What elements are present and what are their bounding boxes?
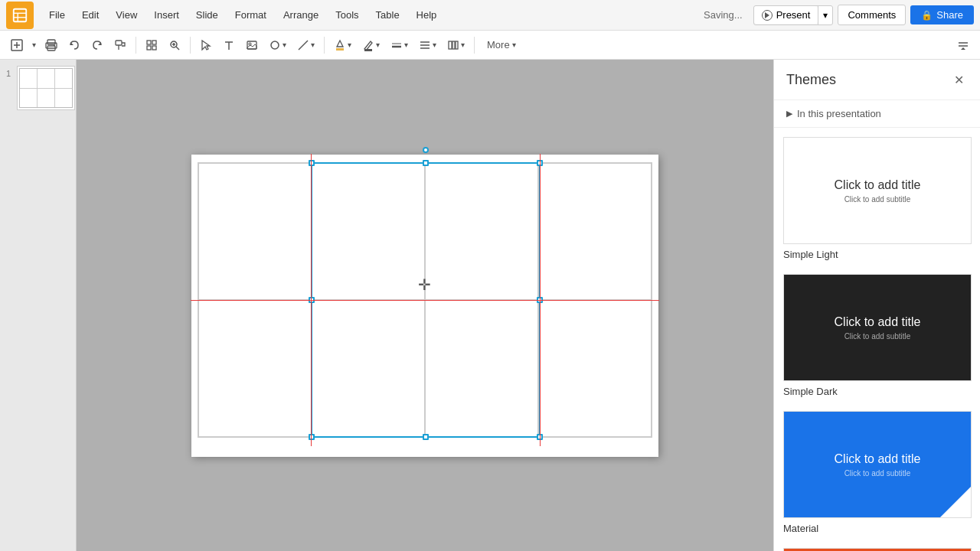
zoom-button[interactable]: [164, 34, 185, 56]
menu-format[interactable]: Format: [229, 6, 273, 24]
theme-material-title: Click to add title: [835, 452, 921, 466]
menu-bar: File Edit View Insert Slide Format Arran…: [0, 0, 980, 31]
table-cell: [538, 163, 652, 300]
in-this-presentation-section[interactable]: ▶ In this presentation: [774, 100, 980, 128]
comments-button[interactable]: Comments: [838, 5, 906, 25]
close-icon: ✕: [954, 73, 964, 87]
toolbar-divider-3: [324, 37, 325, 54]
svg-rect-26: [247, 41, 256, 49]
print-button[interactable]: [41, 34, 62, 56]
shape-dropdown[interactable]: ▾: [264, 37, 291, 54]
zoom-fit-button[interactable]: [141, 34, 162, 56]
app-logo[interactable]: [6, 2, 34, 29]
share-label: Share: [936, 9, 963, 21]
slide-1-number: 1: [6, 69, 14, 78]
image-tool-button[interactable]: [241, 34, 263, 56]
svg-line-20: [176, 47, 179, 50]
theme-simple-light: Click to add title Click to add subtitle…: [783, 137, 971, 260]
table-cell: [198, 300, 312, 437]
undo-button[interactable]: [64, 34, 85, 56]
theme-simple-light-subtitle: Click to add subtitle: [844, 195, 911, 204]
line-color-dropdown[interactable]: ▾: [358, 37, 384, 54]
theme-simple-light-name: Simple Light: [783, 249, 971, 260]
rotation-handle[interactable]: [423, 147, 429, 153]
canvas-area[interactable]: ✛: [77, 60, 773, 551]
toolbar-new-group: ▾: [6, 34, 39, 56]
collapse-toolbar-button[interactable]: [952, 34, 974, 56]
more-button[interactable]: More ▾: [479, 37, 524, 53]
svg-point-28: [271, 41, 279, 49]
menu-insert[interactable]: Insert: [148, 6, 185, 24]
themes-close-button[interactable]: ✕: [949, 70, 968, 89]
present-button[interactable]: Present: [754, 6, 818, 24]
select-tool-button[interactable]: [195, 34, 217, 56]
fill-color-dropdown[interactable]: ▾: [329, 37, 356, 54]
theme-simple-light-preview[interactable]: Click to add title Click to add subtitle: [783, 137, 972, 244]
more-label: More: [487, 39, 510, 51]
menu-arrange[interactable]: Arrange: [277, 6, 325, 24]
themes-panel: Themes ✕ ▶ In this presentation Click to…: [773, 60, 980, 551]
main-area: 1: [0, 60, 980, 551]
table-cell: [312, 163, 425, 300]
slide-canvas[interactable]: ✛: [191, 155, 658, 457]
slide-1-thumbnail[interactable]: [17, 66, 75, 110]
present-dropdown-button[interactable]: ▾: [818, 6, 832, 24]
theme-fourth-preview[interactable]: Click to add title: [783, 548, 972, 551]
menu-help[interactable]: Help: [410, 6, 443, 24]
border-weight-dropdown[interactable]: ▾: [386, 37, 413, 54]
theme-material-corner: [940, 487, 971, 517]
toolbar-divider-1: [136, 37, 136, 54]
present-label: Present: [776, 9, 811, 21]
svg-rect-0: [14, 8, 27, 21]
svg-marker-23: [202, 41, 210, 50]
lock-icon: 🔒: [921, 10, 933, 21]
svg-rect-13: [116, 41, 122, 45]
themes-title: Themes: [786, 72, 836, 88]
present-icon: [762, 10, 773, 21]
svg-rect-18: [152, 46, 156, 50]
menu-file[interactable]: File: [43, 6, 71, 24]
table-cell: [312, 300, 425, 437]
svg-rect-7: [47, 40, 55, 44]
theme-simple-dark-preview[interactable]: Click to add title Click to add subtitle: [783, 274, 972, 381]
new-slide-dropdown-button[interactable]: ▾: [28, 34, 39, 56]
themes-list: Click to add title Click to add subtitle…: [774, 128, 980, 551]
slide-1-wrapper: 1: [6, 66, 70, 110]
svg-rect-37: [449, 41, 452, 49]
theme-simple-dark-title: Click to add title: [835, 315, 921, 329]
table-container[interactable]: ✛: [198, 162, 652, 438]
svg-rect-30: [336, 48, 344, 51]
slides-panel: 1: [0, 60, 77, 551]
svg-rect-17: [147, 46, 151, 50]
menu-table[interactable]: Table: [370, 6, 406, 24]
menu-view[interactable]: View: [109, 6, 143, 24]
menu-tools[interactable]: Tools: [329, 6, 364, 24]
theme-fourth: Click to add title: [783, 548, 971, 551]
full-table[interactable]: [198, 162, 652, 438]
table-cell: [198, 163, 312, 300]
table-cell: [538, 300, 652, 437]
svg-marker-42: [961, 47, 965, 50]
line-dropdown[interactable]: ▾: [292, 37, 319, 54]
toolbar-divider-2: [190, 37, 191, 54]
text-tool-button[interactable]: [218, 34, 240, 56]
paint-format-button[interactable]: [109, 34, 131, 56]
theme-material-preview[interactable]: Click to add title Click to add subtitle: [783, 411, 972, 518]
theme-material-subtitle: Click to add subtitle: [844, 469, 911, 478]
more-chevron-icon: ▾: [512, 41, 516, 49]
toolbar: ▾ ▾ ▾: [0, 31, 980, 60]
redo-button[interactable]: [87, 34, 108, 56]
svg-point-27: [249, 43, 251, 45]
align-dropdown[interactable]: ▾: [414, 37, 441, 54]
share-button[interactable]: 🔒 Share: [910, 5, 974, 24]
toolbar-divider-4: [474, 37, 475, 54]
menu-slide[interactable]: Slide: [190, 6, 224, 24]
theme-simple-light-title: Click to add title: [835, 178, 921, 192]
column-layout-dropdown[interactable]: ▾: [443, 37, 469, 54]
menu-edit[interactable]: Edit: [76, 6, 105, 24]
expand-icon: ▶: [786, 109, 792, 119]
new-slide-button[interactable]: [6, 34, 28, 56]
svg-rect-16: [152, 41, 156, 44]
themes-header: Themes ✕: [774, 60, 980, 100]
in-this-presentation-label: In this presentation: [797, 108, 881, 119]
